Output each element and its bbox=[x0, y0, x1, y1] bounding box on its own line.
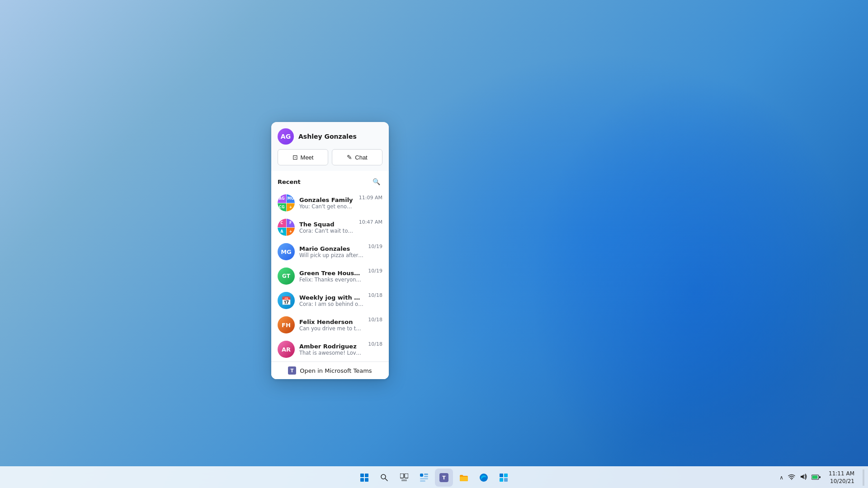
list-item[interactable]: AR Amber Rodriguez That is awesome! Love… bbox=[271, 337, 389, 361]
conv-preview: Can you drive me to the PTA today? bbox=[299, 325, 363, 332]
svg-rect-11 bbox=[420, 474, 423, 477]
teams-logo-icon: T bbox=[288, 366, 296, 375]
conv-content: Gonzales Family You: Can't get enough of… bbox=[299, 197, 354, 210]
open-teams-bar[interactable]: T Open in Microsoft Teams bbox=[271, 361, 389, 379]
user-name: Ashley Gonzales bbox=[298, 133, 357, 140]
conv-preview: Felix: Thanks everyone for attending tod… bbox=[299, 277, 363, 283]
open-teams-label: Open in Microsoft Teams bbox=[300, 367, 372, 374]
conv-name: Green Tree House PTA bbox=[299, 270, 363, 277]
show-desktop-button[interactable] bbox=[863, 469, 864, 486]
start-button[interactable] bbox=[355, 469, 373, 487]
conv-content: Amber Rodriguez That is awesome! Love it… bbox=[299, 343, 363, 356]
list-item[interactable]: 📅 Weekly jog with Cora Cora: I am so beh… bbox=[271, 288, 389, 313]
desktop-wallpaper bbox=[0, 0, 868, 488]
list-item[interactable]: MG Mario Gonzales Will pick up pizza aft… bbox=[271, 239, 389, 264]
recent-section: Recent 🔍 AG MG CG + Gonzales Family You:… bbox=[271, 171, 389, 379]
conv-name: Gonzales Family bbox=[299, 197, 354, 203]
conv-preview: Will pick up pizza after my practice. bbox=[299, 252, 363, 258]
svg-rect-20 bbox=[504, 474, 508, 477]
list-item[interactable]: AG MG CG + Gonzales Family You: Can't ge… bbox=[271, 191, 389, 215]
svg-rect-5 bbox=[365, 478, 368, 482]
battery-icon[interactable] bbox=[811, 473, 821, 482]
conv-avatar: MG bbox=[278, 243, 295, 260]
svg-point-23 bbox=[791, 479, 792, 480]
conv-time: 10/18 bbox=[368, 292, 382, 298]
conv-name: The Squad bbox=[299, 221, 354, 228]
svg-rect-22 bbox=[504, 478, 508, 482]
svg-rect-4 bbox=[360, 478, 364, 482]
clock-time: 11:11 AM bbox=[829, 470, 854, 478]
svg-point-18 bbox=[480, 474, 488, 482]
volume-icon[interactable] bbox=[799, 473, 808, 482]
svg-line-7 bbox=[385, 479, 387, 481]
search-taskbar-button[interactable] bbox=[375, 469, 393, 487]
chat-icon: ✎ bbox=[347, 154, 352, 161]
recent-header: Recent 🔍 bbox=[271, 171, 389, 191]
svg-rect-9 bbox=[405, 474, 408, 478]
meet-icon: ⊡ bbox=[292, 154, 298, 161]
meet-button[interactable]: ⊡ Meet bbox=[278, 149, 328, 165]
widgets-button[interactable] bbox=[415, 469, 433, 487]
conv-content: Mario Gonzales Will pick up pizza after … bbox=[299, 245, 363, 258]
conv-content: Green Tree House PTA Felix: Thanks every… bbox=[299, 270, 363, 283]
svg-rect-13 bbox=[424, 476, 428, 477]
search-button[interactable]: 🔍 bbox=[370, 175, 382, 188]
system-tray: ∧ bbox=[778, 473, 821, 482]
svg-rect-26 bbox=[819, 476, 821, 478]
conv-avatar: 📅 bbox=[278, 292, 295, 309]
conversation-list: AG MG CG + Gonzales Family You: Can't ge… bbox=[271, 191, 389, 361]
chat-label: Chat bbox=[355, 154, 367, 161]
conv-preview: Cora: Can't wait to see everyone! bbox=[299, 228, 354, 234]
user-avatar: AG bbox=[278, 128, 294, 145]
panel-header: AG Ashley Gonzales bbox=[271, 122, 389, 149]
meet-label: Meet bbox=[301, 154, 314, 161]
svg-rect-2 bbox=[360, 474, 364, 477]
svg-text:T: T bbox=[291, 368, 294, 373]
clock-date: 10/20/21 bbox=[829, 478, 854, 485]
conv-avatar: AR bbox=[278, 341, 295, 358]
conv-time: 10/19 bbox=[368, 244, 382, 249]
conv-avatar: C F A + bbox=[278, 219, 295, 236]
edge-browser-button[interactable] bbox=[475, 469, 493, 487]
clock[interactable]: 11:11 AM 10/20/21 bbox=[825, 470, 858, 485]
svg-rect-21 bbox=[500, 478, 503, 482]
svg-rect-25 bbox=[812, 475, 818, 479]
conv-content: The Squad Cora: Can't wait to see everyo… bbox=[299, 221, 354, 234]
conv-name: Mario Gonzales bbox=[299, 245, 363, 252]
file-explorer-button[interactable] bbox=[455, 469, 473, 487]
svg-rect-15 bbox=[420, 480, 425, 482]
conv-preview: That is awesome! Love it! bbox=[299, 350, 363, 356]
store-button[interactable] bbox=[495, 469, 513, 487]
svg-rect-3 bbox=[365, 474, 368, 477]
svg-rect-10 bbox=[401, 479, 407, 481]
conv-name: Amber Rodriguez bbox=[299, 343, 363, 350]
svg-rect-8 bbox=[400, 474, 404, 478]
conv-preview: You: Can't get enough of her. bbox=[299, 203, 354, 210]
teams-chat-button[interactable]: T bbox=[435, 469, 453, 487]
svg-text:T: T bbox=[442, 475, 446, 481]
conv-time: 10/18 bbox=[368, 341, 382, 347]
conv-preview: Cora: I am so behind on my step goals. bbox=[299, 301, 363, 307]
svg-rect-14 bbox=[420, 478, 428, 479]
conv-avatar: FH bbox=[278, 316, 295, 333]
svg-rect-12 bbox=[424, 474, 428, 475]
conv-avatar: GT bbox=[278, 267, 295, 285]
conv-content: Felix Henderson Can you drive me to the … bbox=[299, 319, 363, 332]
task-view-button[interactable] bbox=[395, 469, 413, 487]
chat-panel: AG Ashley Gonzales ⊡ Meet ✎ Chat Recent … bbox=[271, 122, 389, 379]
conv-avatar: AG MG CG + bbox=[278, 194, 295, 211]
taskbar-right: ∧ bbox=[778, 469, 864, 486]
taskbar-center: T bbox=[355, 469, 513, 487]
conv-content: Weekly jog with Cora Cora: I am so behin… bbox=[299, 294, 363, 307]
list-item[interactable]: GT Green Tree House PTA Felix: Thanks ev… bbox=[271, 264, 389, 288]
conv-time: 10:47 AM bbox=[359, 219, 382, 225]
chat-button[interactable]: ✎ Chat bbox=[332, 149, 382, 165]
conv-time: 10/18 bbox=[368, 317, 382, 323]
list-item[interactable]: FH Felix Henderson Can you drive me to t… bbox=[271, 313, 389, 337]
wifi-icon[interactable] bbox=[787, 473, 796, 482]
list-item[interactable]: C F A + The Squad Cora: Can't wait to se… bbox=[271, 215, 389, 239]
conv-name: Weekly jog with Cora bbox=[299, 294, 363, 301]
tray-overflow-button[interactable]: ∧ bbox=[778, 474, 784, 482]
conv-time: 10/19 bbox=[368, 268, 382, 274]
action-buttons: ⊡ Meet ✎ Chat bbox=[271, 149, 389, 171]
